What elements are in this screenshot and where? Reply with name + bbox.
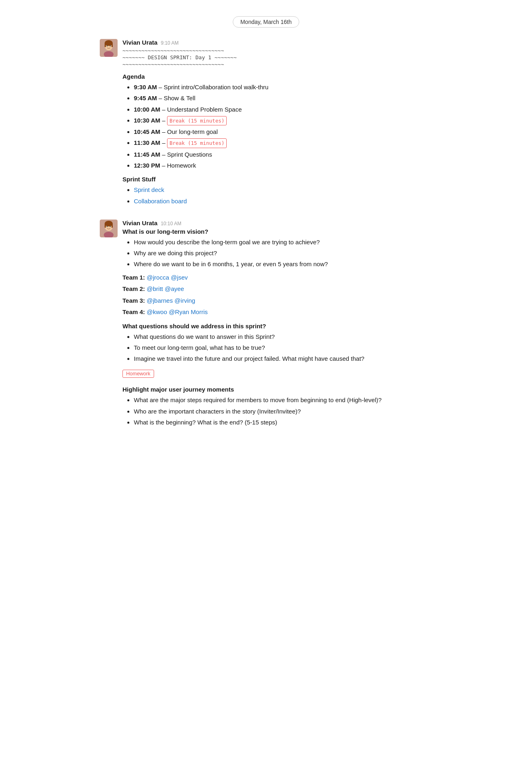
list-item: 11:30 AM – Break (15 minutes): [134, 138, 432, 148]
break-badge-2: Break (15 minutes): [167, 138, 227, 148]
team-3: Team 3: @jbarnes @irving: [122, 296, 432, 306]
list-item: Collaboration board: [134, 196, 432, 206]
list-item: What is the beginning? What is the end? …: [134, 418, 432, 427]
sprint-links-list: Sprint deck Collaboration board: [122, 185, 432, 206]
questions-list: What questions do we want to answer in t…: [122, 332, 432, 364]
team-4: Team 4: @kwoo @Ryan Morris: [122, 308, 432, 317]
vision-intro: What is our long-term vision?: [122, 228, 432, 235]
list-item: Why are we doing this project?: [134, 248, 432, 258]
sprint-stuff-heading: Sprint Stuff: [122, 176, 432, 183]
list-item: Sprint deck: [134, 185, 432, 194]
homework-list: What are the major steps required for me…: [122, 395, 432, 427]
list-item: Where do we want to be in 6 months, 1 ye…: [134, 259, 432, 269]
break-badge-1: Break (15 minutes): [167, 116, 227, 125]
list-item: Who are the important characters in the …: [134, 407, 432, 416]
message2-username: Vivian Urata: [122, 220, 157, 226]
questions-heading: What questions should we address in this…: [122, 323, 432, 330]
collaboration-board-link[interactable]: Collaboration board: [134, 198, 187, 205]
svg-rect-3: [105, 43, 106, 47]
list-item: 10:45 AM – Our long-term goal: [134, 127, 432, 136]
vision-list: How would you describe the long-term goa…: [122, 237, 432, 269]
list-item: To meet our long-term goal, what has to …: [134, 343, 432, 352]
homework-badge: Homework: [122, 370, 154, 378]
list-item: 9:30 AM – Sprint intro/Collaboration too…: [134, 82, 432, 92]
team-1: Team 1: @jrocca @jsev: [122, 273, 432, 282]
message-block-2: Vivian Urata 10:10 AM What is our long-t…: [100, 220, 432, 431]
list-item: 12:30 PM – Homework: [134, 161, 432, 170]
avatar-1: [100, 39, 118, 57]
team-2: Team 2: @britt @ayee: [122, 284, 432, 294]
svg-point-7: [110, 45, 111, 47]
list-item: 10:30 AM – Break (15 minutes): [134, 116, 432, 125]
list-item: What questions do we want to answer in t…: [134, 332, 432, 341]
agenda-list: 9:30 AM – Sprint intro/Collaboration too…: [122, 82, 432, 170]
message1-content: Vivian Urata 9:10 AM ~~~~~~~~~~~~~~~~~~~…: [122, 39, 432, 210]
list-item: 9:45 AM – Show & Tell: [134, 93, 432, 103]
date-pill: Monday, March 16th: [233, 16, 300, 28]
message-block-1: Vivian Urata 9:10 AM ~~~~~~~~~~~~~~~~~~~…: [100, 39, 432, 210]
homework-heading: Highlight major user journey moments: [122, 386, 432, 393]
tilde2: ~~~~~~~~~~~~~~~~~~~~~~~~~~~~~~~~: [122, 61, 432, 67]
list-item: 11:45 AM – Sprint Questions: [134, 150, 432, 159]
svg-rect-11: [105, 224, 106, 228]
date-divider: Monday, March 16th: [100, 16, 432, 28]
svg-rect-4: [112, 43, 113, 47]
list-item: 10:00 AM – Understand Problem Space: [134, 105, 432, 114]
message1-username: Vivian Urata: [122, 39, 157, 46]
sprint-line: ~~~~~~~ DESIGN SPRINT: Day 1 ~~~~~~~: [122, 54, 432, 60]
message1-timestamp: 9:10 AM: [161, 40, 178, 46]
message2-content: Vivian Urata 10:10 AM What is our long-t…: [122, 220, 432, 431]
message2-timestamp: 10:10 AM: [161, 221, 181, 226]
list-item: What are the major steps required for me…: [134, 395, 432, 405]
svg-point-6: [107, 45, 108, 47]
tilde1: ~~~~~~~~~~~~~~~~~~~~~~~~~~~~~~~~: [122, 47, 432, 54]
page-container: Monday, March 16th: [84, 0, 448, 458]
list-item: How would you describe the long-term goa…: [134, 237, 432, 247]
svg-rect-12: [112, 224, 113, 228]
list-item: Imagine we travel into the future and ou…: [134, 354, 432, 363]
agenda-heading: Agenda: [122, 73, 432, 80]
svg-point-15: [110, 226, 111, 227]
svg-point-14: [107, 226, 108, 227]
avatar-2: [100, 220, 118, 237]
sprint-deck-link[interactable]: Sprint deck: [134, 186, 164, 193]
